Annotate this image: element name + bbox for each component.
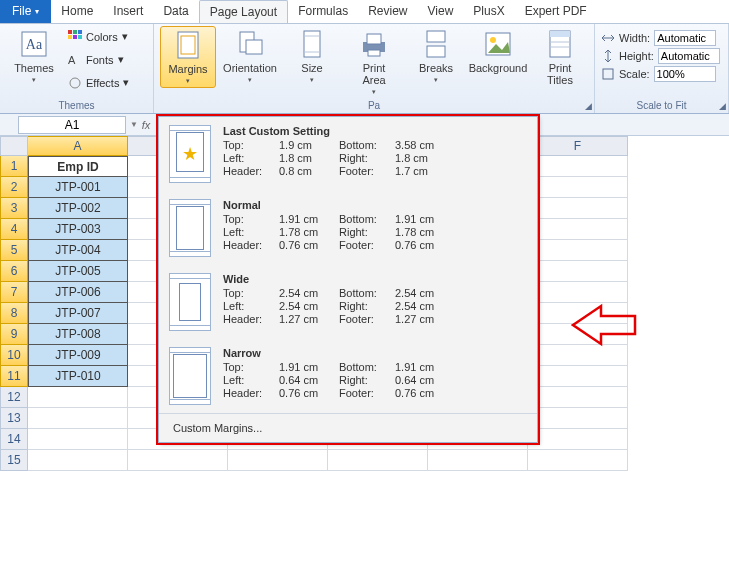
cell[interactable]: JTP-002 xyxy=(28,198,128,219)
column-header[interactable]: A xyxy=(28,136,128,156)
tab-page-layout[interactable]: Page Layout xyxy=(199,0,288,23)
cell[interactable] xyxy=(528,219,628,240)
print-area-button[interactable]: Print Area▾ xyxy=(346,26,402,98)
row-header[interactable]: 15 xyxy=(0,450,28,471)
group-scale-to-fit: Width: Height: Scale: Scale to Fit ◢ xyxy=(595,24,729,113)
custom-margins-button[interactable]: Custom Margins... xyxy=(159,413,537,442)
height-input[interactable] xyxy=(658,48,720,64)
row-header[interactable]: 5 xyxy=(0,240,28,261)
margin-preset-thumb xyxy=(169,347,211,405)
scale-input[interactable] xyxy=(654,66,716,82)
cell[interactable] xyxy=(528,366,628,387)
print-titles-button[interactable]: Print Titles xyxy=(532,26,588,88)
background-button[interactable]: Background xyxy=(470,26,526,76)
row-header[interactable]: 11 xyxy=(0,366,28,387)
row-header[interactable]: 8 xyxy=(0,303,28,324)
cell[interactable] xyxy=(528,261,628,282)
tab-expert-pdf[interactable]: Expert PDF xyxy=(515,0,597,23)
annotation-arrow xyxy=(571,300,641,350)
themes-button[interactable]: Aa Themes ▾ xyxy=(6,26,62,86)
chevron-down-icon: ▾ xyxy=(186,77,190,85)
cell[interactable]: JTP-009 xyxy=(28,345,128,366)
cell[interactable] xyxy=(328,450,428,471)
cell[interactable] xyxy=(128,450,228,471)
chevron-down-icon: ▾ xyxy=(32,76,36,84)
cell[interactable] xyxy=(428,450,528,471)
cell[interactable] xyxy=(528,177,628,198)
ribbon-tabs: File ▾ HomeInsertDataPage LayoutFormulas… xyxy=(0,0,729,24)
fonts-button[interactable]: A Fonts▾ xyxy=(68,49,129,70)
row-header[interactable]: 12 xyxy=(0,387,28,408)
cell[interactable] xyxy=(528,408,628,429)
row-header[interactable]: 13 xyxy=(0,408,28,429)
tab-review[interactable]: Review xyxy=(358,0,417,23)
cell[interactable] xyxy=(528,240,628,261)
tab-plusx[interactable]: PlusX xyxy=(463,0,514,23)
margin-preset-thumb: ★ xyxy=(169,125,211,183)
margin-preset-last-custom-setting[interactable]: ★Last Custom SettingTop:1.9 cmBottom:3.5… xyxy=(159,117,537,191)
fx-icon[interactable]: fx xyxy=(138,119,154,131)
margins-button[interactable]: Margins▾ xyxy=(160,26,216,88)
cell[interactable]: JTP-006 xyxy=(28,282,128,303)
cell[interactable] xyxy=(528,198,628,219)
dialog-launcher-icon[interactable]: ◢ xyxy=(585,101,592,111)
scale-icon xyxy=(601,67,615,81)
cell[interactable]: Emp ID xyxy=(28,156,128,177)
row-header[interactable]: 14 xyxy=(0,429,28,450)
svg-rect-6 xyxy=(73,35,77,39)
svg-rect-18 xyxy=(367,34,381,44)
size-icon xyxy=(296,28,328,60)
row-header[interactable]: 9 xyxy=(0,324,28,345)
namebox-dropdown-icon[interactable]: ▼ xyxy=(130,120,138,129)
width-input[interactable] xyxy=(654,30,716,46)
row-header[interactable]: 7 xyxy=(0,282,28,303)
cell[interactable] xyxy=(528,429,628,450)
size-button[interactable]: Size▾ xyxy=(284,26,340,86)
cell[interactable] xyxy=(528,450,628,471)
row-header[interactable]: 6 xyxy=(0,261,28,282)
cell[interactable]: JTP-008 xyxy=(28,324,128,345)
cell[interactable] xyxy=(528,156,628,177)
cell[interactable] xyxy=(28,450,128,471)
colors-label: Colors xyxy=(86,31,118,43)
cell[interactable] xyxy=(28,429,128,450)
cell[interactable]: JTP-003 xyxy=(28,219,128,240)
row-header[interactable]: 4 xyxy=(0,219,28,240)
breaks-button[interactable]: Breaks▾ xyxy=(408,26,464,86)
margin-preset-narrow[interactable]: NarrowTop:1.91 cmBottom:1.91 cmLeft:0.64… xyxy=(159,339,537,413)
cell[interactable] xyxy=(528,387,628,408)
tab-insert[interactable]: Insert xyxy=(103,0,153,23)
margin-preset-wide[interactable]: WideTop:2.54 cmBottom:2.54 cmLeft:2.54 c… xyxy=(159,265,537,339)
row-header[interactable]: 2 xyxy=(0,177,28,198)
row-header[interactable]: 1 xyxy=(0,156,28,177)
tab-view[interactable]: View xyxy=(418,0,464,23)
cell[interactable]: JTP-004 xyxy=(28,240,128,261)
cell[interactable] xyxy=(228,450,328,471)
file-tab[interactable]: File ▾ xyxy=(0,0,51,23)
select-all-corner[interactable] xyxy=(0,136,28,156)
tab-home[interactable]: Home xyxy=(51,0,103,23)
cell[interactable]: JTP-001 xyxy=(28,177,128,198)
dialog-launcher-icon[interactable]: ◢ xyxy=(719,101,726,111)
column-header[interactable]: F xyxy=(528,136,628,156)
group-themes: Aa Themes ▾ Colors▾ A Fonts▾ Effects▾ xyxy=(0,24,154,113)
cell[interactable]: JTP-005 xyxy=(28,261,128,282)
orientation-button[interactable]: Orientation▾ xyxy=(222,26,278,86)
effects-button[interactable]: Effects▾ xyxy=(68,72,129,93)
colors-button[interactable]: Colors▾ xyxy=(68,26,129,47)
preset-title: Normal xyxy=(223,199,527,211)
breaks-label: Breaks xyxy=(419,62,453,74)
name-box[interactable] xyxy=(18,116,126,134)
row-header[interactable]: 10 xyxy=(0,345,28,366)
print-titles-icon xyxy=(544,28,576,60)
tab-formulas[interactable]: Formulas xyxy=(288,0,358,23)
tab-data[interactable]: Data xyxy=(153,0,198,23)
cell[interactable]: JTP-010 xyxy=(28,366,128,387)
row-header[interactable]: 3 xyxy=(0,198,28,219)
cell[interactable] xyxy=(28,387,128,408)
margin-preset-normal[interactable]: NormalTop:1.91 cmBottom:1.91 cmLeft:1.78… xyxy=(159,191,537,265)
height-icon xyxy=(601,49,615,63)
svg-rect-14 xyxy=(304,31,320,57)
cell[interactable]: JTP-007 xyxy=(28,303,128,324)
cell[interactable] xyxy=(28,408,128,429)
